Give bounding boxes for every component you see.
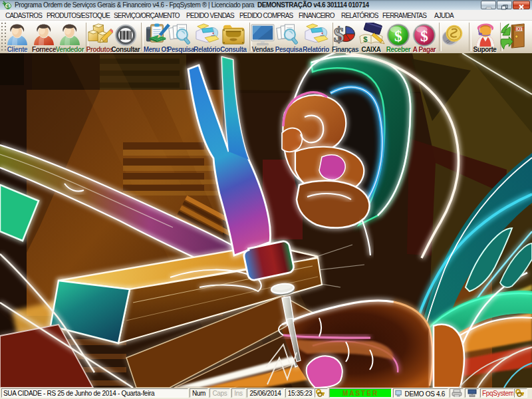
svg-text:$: $ — [394, 27, 402, 45]
svg-text:$: $ — [6, 3, 9, 10]
svg-text:$: $ — [363, 35, 368, 43]
svg-text:EXIT: EXIT — [514, 27, 524, 31]
svg-text:$: $ — [333, 23, 344, 47]
svg-text:$: $ — [420, 27, 428, 45]
